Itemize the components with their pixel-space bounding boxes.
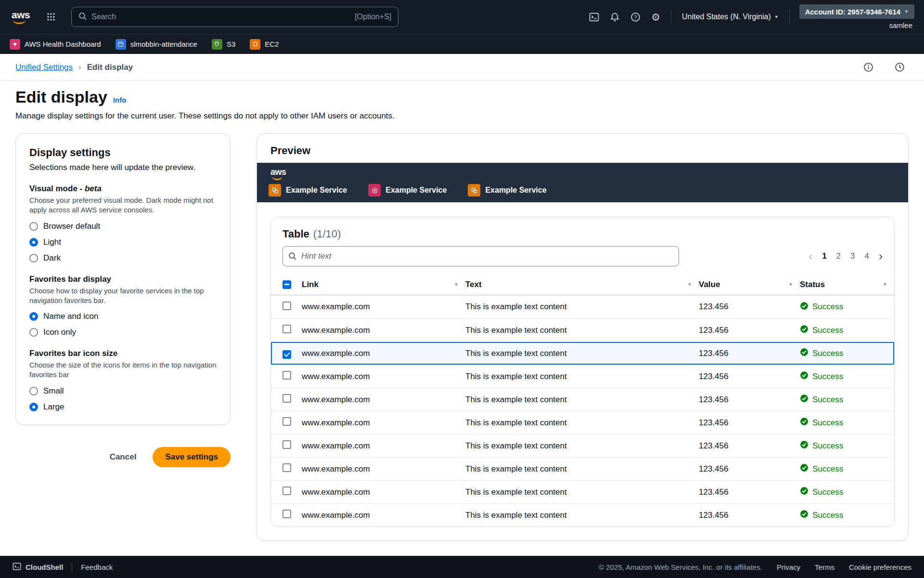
pagination-page-2[interactable]: 2 xyxy=(836,251,841,261)
icon-size-group: Favorites bar icon size Choose the size … xyxy=(29,349,217,412)
select-all-checkbox[interactable] xyxy=(282,280,291,289)
row-checkbox-cell xyxy=(271,371,302,382)
column-header-link[interactable]: Link▼ xyxy=(302,274,465,295)
success-check-icon xyxy=(800,463,808,474)
save-settings-button[interactable]: Save settings xyxy=(153,447,231,467)
row-link: www.example.com xyxy=(302,302,465,312)
row-checkbox[interactable] xyxy=(282,440,291,449)
row-value: 123.456 xyxy=(699,418,800,428)
favorite-s3[interactable]: S3 xyxy=(212,39,235,50)
search-placeholder: Search xyxy=(91,13,116,21)
help-icon[interactable]: ? xyxy=(627,8,644,26)
radio-circle-selected xyxy=(29,403,38,411)
favorite-ec2[interactable]: EC2 xyxy=(250,39,279,50)
favorite-slmobbin-attendance[interactable]: slmobbin-attendance xyxy=(116,39,197,50)
sort-caret-icon: ▼ xyxy=(883,282,887,287)
radio-browser-default[interactable]: Browser default xyxy=(29,222,217,231)
row-checkbox[interactable] xyxy=(282,394,291,403)
row-text: This is example text content xyxy=(465,464,699,474)
row-checkbox[interactable] xyxy=(282,510,291,518)
radio-label: Large xyxy=(43,402,64,412)
row-checkbox[interactable] xyxy=(282,486,291,495)
row-checkbox[interactable] xyxy=(282,325,291,333)
pagination-page-3[interactable]: 3 xyxy=(850,251,855,261)
row-value: 123.456 xyxy=(699,464,800,474)
history-clock-icon[interactable] xyxy=(891,58,909,76)
table-counter: (1/10) xyxy=(313,228,341,240)
pagination-next-icon[interactable]: › xyxy=(879,250,883,262)
pagination-prev-icon[interactable]: ‹ xyxy=(808,250,812,262)
cloudshell-button[interactable]: CloudShell xyxy=(13,562,63,572)
radio-light[interactable]: Light xyxy=(29,237,217,247)
row-status: Success xyxy=(800,302,894,313)
sort-caret-icon: ▼ xyxy=(454,282,459,287)
radio-small[interactable]: Small xyxy=(29,386,217,396)
favorite-label: S3 xyxy=(227,40,235,48)
pagination-page-4[interactable]: 4 xyxy=(865,251,869,261)
page-description: Manage display settings for the current … xyxy=(15,111,909,121)
radio-name-and-icon[interactable]: Name and icon xyxy=(29,312,217,321)
status-label: Success xyxy=(812,395,843,405)
radio-large[interactable]: Large xyxy=(29,402,217,412)
cloudshell-icon[interactable] xyxy=(585,8,603,26)
account-id-button[interactable]: Account ID: 2957-9346-7614 ▼ xyxy=(799,4,914,19)
column-header-text[interactable]: Text▼ xyxy=(465,274,699,295)
search-icon xyxy=(288,252,296,262)
feedback-button[interactable]: Feedback xyxy=(81,563,113,571)
table-row: www.example.com This is example text con… xyxy=(271,295,894,318)
row-checkbox-cell xyxy=(271,510,302,521)
radio-dark[interactable]: Dark xyxy=(29,253,217,263)
row-checkbox[interactable] xyxy=(282,371,291,380)
region-selector[interactable]: United States (N. Virginia) ▼ xyxy=(678,10,783,24)
search-input[interactable]: Search [Option+S] xyxy=(71,7,398,27)
pagination: ‹ 1 2 3 4 › xyxy=(808,250,883,262)
row-value: 123.456 xyxy=(699,326,800,335)
favorite-health-dashboard[interactable]: ♥ AWS Health Dashboard xyxy=(10,39,101,50)
radio-label: Browser default xyxy=(43,222,100,231)
apps-grid-icon[interactable] xyxy=(42,8,60,26)
row-checkbox-cell xyxy=(271,302,302,313)
terms-link[interactable]: Terms xyxy=(815,563,834,571)
table-title: Table xyxy=(282,228,309,240)
cookie-preferences-link[interactable]: Cookie preferences xyxy=(849,563,911,571)
account-id-label: Account ID: 2957-9346-7614 xyxy=(805,8,900,16)
example-service-icon xyxy=(269,184,281,197)
table-search-input[interactable] xyxy=(282,246,679,266)
info-icon[interactable] xyxy=(860,58,877,76)
row-checkbox[interactable] xyxy=(282,302,291,310)
radio-icon-only[interactable]: Icon only xyxy=(29,328,217,337)
privacy-link[interactable]: Privacy xyxy=(777,563,800,571)
row-status: Success xyxy=(800,394,894,405)
row-value: 123.456 xyxy=(699,395,800,405)
cancel-button[interactable]: Cancel xyxy=(110,452,137,462)
favorite-label: EC2 xyxy=(265,40,279,48)
status-label: Success xyxy=(812,418,843,428)
radio-label: Dark xyxy=(43,253,61,263)
row-link: www.example.com xyxy=(302,418,465,428)
notifications-bell-icon[interactable] xyxy=(606,8,624,26)
success-check-icon xyxy=(800,325,808,336)
settings-gear-icon[interactable]: ⚙ xyxy=(647,8,664,26)
column-header-value[interactable]: Value▼ xyxy=(699,274,800,295)
row-checkbox[interactable] xyxy=(282,417,291,426)
breadcrumb-unified-settings[interactable]: Unified Settings xyxy=(15,63,73,72)
info-link[interactable]: Info xyxy=(113,96,127,104)
row-text: This is example text content xyxy=(465,372,699,381)
favorites-display-group: Favorites bar display Choose how to disp… xyxy=(29,275,217,338)
account-menu[interactable]: Account ID: 2957-9346-7614 ▼ samlee xyxy=(799,4,914,29)
row-link: www.example.com xyxy=(302,464,465,474)
column-header-status[interactable]: Status▼ xyxy=(800,274,894,295)
radio-circle-selected xyxy=(29,312,38,321)
success-check-icon xyxy=(800,417,808,428)
row-checkbox[interactable] xyxy=(282,350,291,359)
top-navigation: aws Search [Option+S] ? ⚙ United States … xyxy=(0,0,924,34)
row-checkbox[interactable] xyxy=(282,463,291,472)
table-search-wrap xyxy=(282,246,679,266)
radio-circle xyxy=(29,222,38,231)
table-row: www.example.com This is example text con… xyxy=(271,434,894,457)
table-filter-row: ‹ 1 2 3 4 › xyxy=(282,246,883,266)
aws-logo[interactable]: aws xyxy=(12,10,30,24)
attendance-icon xyxy=(116,39,126,50)
preview-column: Preview aws Example Service Example Serv… xyxy=(257,133,909,541)
pagination-page-1[interactable]: 1 xyxy=(822,251,826,261)
